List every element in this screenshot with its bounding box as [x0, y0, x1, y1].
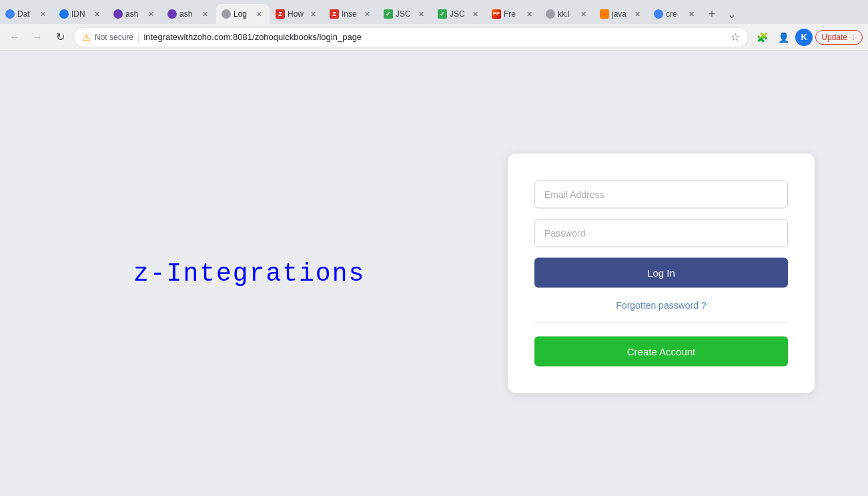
- tab-kk-close[interactable]: ✕: [578, 9, 588, 19]
- tab-ash1[interactable]: ash ✕: [108, 4, 161, 24]
- tab-kk[interactable]: kk.l ✕: [540, 4, 594, 24]
- tab-ins-close[interactable]: ✕: [362, 9, 372, 19]
- tab-ins[interactable]: Z Inse ✕: [324, 4, 378, 24]
- user-avatar[interactable]: K: [795, 29, 813, 46]
- login-button[interactable]: Log In: [534, 258, 788, 288]
- extensions-button[interactable]: 🧩: [753, 28, 771, 47]
- tab-jsc2[interactable]: ✓ JSC ✕: [432, 4, 486, 24]
- forgotten-password-link[interactable]: Forgotten password ?: [534, 300, 788, 311]
- tab-ash2-label: ash: [179, 9, 192, 19]
- security-warning-icon: ⚠: [82, 32, 91, 43]
- login-card: Log In Forgotten password ? Create Accou…: [508, 154, 815, 393]
- tab-fre-close[interactable]: ✕: [524, 9, 534, 19]
- reload-button[interactable]: ↻: [51, 28, 69, 47]
- nav-bar: ← → ↻ ⚠ Not secure | integratewithzoho.c…: [0, 24, 868, 51]
- tab-overflow-button[interactable]: ⌄: [722, 5, 741, 23]
- tab-jsc2-close[interactable]: ✕: [470, 9, 480, 19]
- tab-log[interactable]: Log ✕: [216, 4, 270, 24]
- url-text: integratewithzoho.com:8081/zohoquickbook…: [143, 32, 727, 42]
- tab-ins-favicon: Z: [330, 9, 339, 19]
- tab-ash1-favicon: [113, 9, 123, 19]
- tab-cre-favicon: [654, 9, 663, 19]
- address-separator: |: [137, 32, 139, 42]
- browser-chrome: Dat ✕ IDN ✕ ash ✕ ash ✕ Log ✕ Z: [0, 0, 868, 51]
- brand-title: z-Integrations: [133, 259, 365, 288]
- tab-jsc1-label: JSC: [396, 9, 411, 19]
- tab-jsc2-label: JSC: [450, 9, 465, 19]
- tab-jsc1[interactable]: ✓ JSC ✕: [378, 4, 432, 24]
- tab-jsc2-favicon: ✓: [438, 9, 447, 19]
- create-account-button[interactable]: Create Account: [534, 337, 788, 367]
- tab-ash1-close[interactable]: ✕: [146, 9, 156, 19]
- back-button[interactable]: ←: [5, 28, 24, 47]
- update-menu-icon: ⋮: [850, 33, 857, 41]
- tab-java-favicon: [600, 9, 609, 19]
- email-input[interactable]: [534, 181, 788, 209]
- tab-log-close[interactable]: ✕: [254, 9, 264, 19]
- tab-ash2[interactable]: ash ✕: [162, 4, 215, 24]
- tab-java-label: java: [612, 9, 626, 19]
- card-divider: [534, 323, 788, 323]
- tab-ash1-label: ash: [125, 9, 138, 19]
- update-label: Update: [821, 33, 847, 42]
- tab-bar: Dat ✕ IDN ✕ ash ✕ ash ✕ Log ✕ Z: [0, 0, 868, 24]
- bookmark-icon[interactable]: ☆: [731, 31, 740, 43]
- tab-log-favicon: [222, 9, 231, 19]
- tab-ins-label: Inse: [342, 9, 357, 19]
- tab-idn-close[interactable]: ✕: [92, 9, 102, 19]
- tab-cre-label: cre: [666, 9, 677, 19]
- tab-kk-favicon: [546, 9, 555, 19]
- tab-java[interactable]: java ✕: [594, 4, 648, 24]
- address-bar[interactable]: ⚠ Not secure | integratewithzoho.com:808…: [73, 27, 749, 47]
- tab-cre-close[interactable]: ✕: [687, 9, 697, 19]
- tab-ash2-close[interactable]: ✕: [200, 9, 210, 19]
- tab-dat[interactable]: Dat ✕: [0, 4, 53, 24]
- page-content: z-Integrations Log In Forgotten password…: [0, 51, 868, 496]
- update-button[interactable]: Update ⋮: [815, 30, 863, 45]
- profile-button[interactable]: 👤: [774, 28, 793, 47]
- password-input[interactable]: [534, 219, 788, 247]
- not-secure-label: Not secure: [95, 33, 133, 42]
- tab-how[interactable]: Z How ✕: [270, 4, 324, 24]
- tab-jsc1-close[interactable]: ✕: [416, 9, 426, 19]
- tab-how-label: How: [288, 9, 304, 19]
- tab-idn[interactable]: IDN ✕: [54, 4, 107, 24]
- tab-fre-label: Fre: [504, 9, 516, 19]
- tab-dat-close[interactable]: ✕: [38, 9, 48, 19]
- tab-fre[interactable]: FF Fre ✕: [486, 4, 540, 24]
- tab-jsc1-favicon: ✓: [384, 9, 393, 19]
- tab-idn-favicon: [59, 9, 69, 19]
- tab-dat-label: Dat: [17, 9, 30, 19]
- new-tab-button[interactable]: +: [703, 5, 721, 23]
- nav-actions: 🧩 👤 K Update ⋮: [753, 28, 863, 47]
- tab-how-favicon: Z: [276, 9, 285, 19]
- tab-fre-favicon: FF: [492, 9, 501, 19]
- forward-button[interactable]: →: [28, 28, 47, 47]
- tab-kk-label: kk.l: [558, 9, 570, 19]
- tab-log-label: Log: [234, 9, 247, 19]
- tab-cre[interactable]: cre ✕: [648, 4, 702, 24]
- tab-ash2-favicon: [167, 9, 177, 19]
- tab-idn-label: IDN: [71, 9, 85, 19]
- tab-how-close[interactable]: ✕: [308, 9, 318, 19]
- tab-java-close[interactable]: ✕: [632, 9, 642, 19]
- tab-dat-favicon: [5, 9, 15, 19]
